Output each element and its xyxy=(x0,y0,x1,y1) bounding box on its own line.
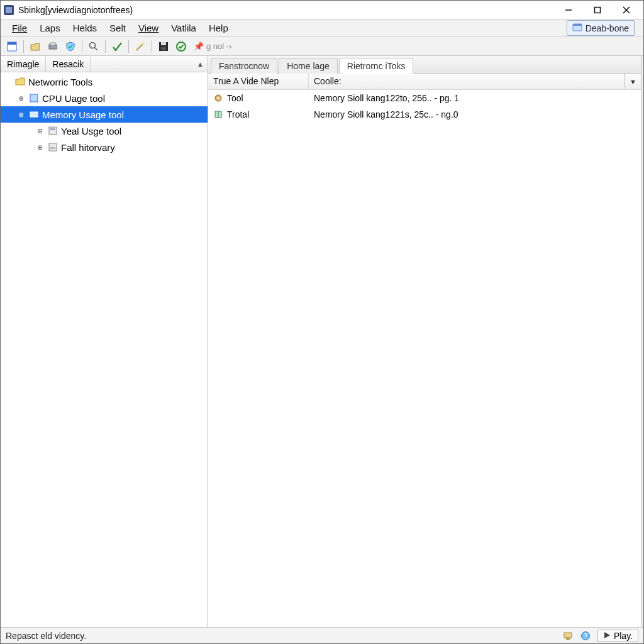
help-icon[interactable]: ? xyxy=(580,630,591,641)
column-menu-button[interactable]: ▼ xyxy=(625,74,641,89)
menu-laps[interactable]: Laps xyxy=(33,21,67,35)
menu-view[interactable]: View xyxy=(132,21,165,35)
toolbar-separator xyxy=(23,40,24,53)
svg-rect-20 xyxy=(30,94,38,102)
list-cell-label: Tool xyxy=(227,93,243,103)
tree-item-memory[interactable]: ⊕ Memory Usage tool xyxy=(1,106,208,123)
svg-marker-34 xyxy=(604,632,610,638)
tool-icon xyxy=(47,142,58,153)
cpu-icon xyxy=(28,92,40,104)
column-header-label: True A Vide Nlep xyxy=(213,76,279,86)
expander-icon[interactable]: ⊕ xyxy=(36,143,45,152)
svg-point-12 xyxy=(90,42,96,48)
menu-help[interactable]: Help xyxy=(203,21,235,35)
svg-rect-17 xyxy=(161,42,166,45)
main-split: Rimagle Resacik ▲ Networric Tools ⊕ CPU … xyxy=(1,56,643,627)
menu-file[interactable]: File xyxy=(6,21,33,35)
tree-item-label: CPU Uage tool xyxy=(42,93,109,104)
tab-label: Home lage xyxy=(287,61,330,71)
ok-button[interactable] xyxy=(174,39,189,54)
play-icon xyxy=(603,631,611,641)
box-icon xyxy=(572,22,582,34)
tab-rietrornc-itoks[interactable]: Rietrornc iToks xyxy=(339,58,414,74)
left-tab-label: Resacik xyxy=(52,59,84,69)
tab-label: Fanstrocnow xyxy=(219,61,269,71)
tab-fanstrocnow[interactable]: Fanstrocnow xyxy=(211,58,277,74)
toolbar-separator xyxy=(105,40,106,53)
new-button[interactable] xyxy=(4,39,19,54)
column-header-label: Coolle: xyxy=(314,76,341,86)
svg-rect-21 xyxy=(30,112,38,117)
svg-rect-22 xyxy=(49,127,57,135)
tree-item-yeal[interactable]: ⊞ Yeal Usge tool xyxy=(1,123,208,139)
play-label: Play. xyxy=(614,631,633,641)
check-button[interactable] xyxy=(109,39,125,54)
memory-icon xyxy=(28,109,40,120)
expander-icon[interactable]: ⊕ xyxy=(17,94,26,103)
menu-helds[interactable]: Helds xyxy=(67,21,103,35)
menu-vatlila-label: Vatlila xyxy=(171,23,196,33)
close-button[interactable] xyxy=(612,1,641,19)
expander-icon[interactable]: ⊞ xyxy=(36,126,45,136)
svg-rect-11 xyxy=(50,43,55,45)
list-body[interactable]: Tool Nemory Sioll kang122to, 256.. - pg.… xyxy=(208,90,641,627)
open-button[interactable] xyxy=(28,39,43,54)
column-header-b[interactable]: Coolle: xyxy=(309,74,625,89)
svg-rect-1 xyxy=(6,7,12,13)
menu-vatlila[interactable]: Vatlila xyxy=(165,21,203,35)
gear-icon xyxy=(213,93,223,103)
app-window: Sbinkg[yviewdiagniotonfrees) File Laps H… xyxy=(0,0,644,644)
svg-rect-25 xyxy=(50,147,55,149)
svg-rect-3 xyxy=(595,7,601,13)
tree-item-cpu[interactable]: ⊕ CPU Uage tool xyxy=(1,90,208,106)
menu-selt[interactable]: Selt xyxy=(103,21,132,35)
left-tab-resacik[interactable]: Resacik xyxy=(46,56,91,72)
breadcrumb-hint: 📌 g nol -› xyxy=(191,42,234,51)
svg-point-27 xyxy=(217,97,219,99)
list-header: True A Vide Nlep Coolle: ▼ xyxy=(208,74,641,90)
svg-line-13 xyxy=(95,47,98,50)
search-button[interactable] xyxy=(86,39,101,54)
menu-selt-label: Selt xyxy=(109,23,126,33)
tree-item-fall[interactable]: ⊕ Fall hitorvary xyxy=(1,139,208,155)
menubar: File Laps Helds Selt View Vatlila Help D… xyxy=(1,19,643,37)
breadcrumb-hint-label: g nol -› xyxy=(206,42,231,51)
tree-root-item[interactable]: Networric Tools xyxy=(1,74,208,90)
network-icon[interactable] xyxy=(562,630,574,641)
app-icon xyxy=(3,4,14,16)
wand-button[interactable] xyxy=(133,39,148,54)
folder-icon xyxy=(14,76,26,87)
shield-button[interactable] xyxy=(63,39,78,54)
left-tab-label: Rimagle xyxy=(7,59,39,69)
deab-bone-button[interactable]: Deab-bone xyxy=(567,20,635,36)
book-icon xyxy=(213,109,223,119)
tab-label: Rietrornc iToks xyxy=(347,61,406,71)
disk-button[interactable] xyxy=(156,39,171,54)
list-row[interactable]: Tool Nemory Sioll kang122to, 256.. - pg.… xyxy=(208,90,641,106)
svg-rect-30 xyxy=(564,633,572,638)
minimize-button[interactable] xyxy=(554,1,583,19)
panel-collapse-button[interactable]: ▲ xyxy=(193,56,208,72)
pin-icon: 📌 xyxy=(194,42,204,51)
left-tab-rimagle[interactable]: Rimagle xyxy=(1,56,46,72)
list-row[interactable]: Trotal Nemory Sioll kang1221s, 25c.. - n… xyxy=(208,106,641,123)
play-button[interactable]: Play. xyxy=(597,630,638,642)
list-cell-name: Trotal xyxy=(208,109,309,119)
right-panel: Fanstrocnow Home lage Rietrornc iToks Tr… xyxy=(208,56,641,627)
tree-item-label: Memory Usage tool xyxy=(42,109,128,120)
column-header-a[interactable]: True A Vide Nlep xyxy=(208,74,309,89)
expander-icon[interactable]: ⊕ xyxy=(17,110,26,119)
maximize-button[interactable] xyxy=(583,1,612,19)
statusbar: Repasct eld vidency. ? Play. xyxy=(1,627,643,643)
tree-view[interactable]: Networric Tools ⊕ CPU Uage tool ⊕ Memory… xyxy=(1,72,208,627)
svg-line-14 xyxy=(136,44,143,50)
svg-point-15 xyxy=(142,42,145,45)
left-panel: Rimagle Resacik ▲ Networric Tools ⊕ CPU … xyxy=(1,56,208,627)
print-button[interactable] xyxy=(45,39,60,54)
list-cell-value: Nemory Sioll kang122to, 256.. - pg. 1 xyxy=(309,93,641,103)
svg-text:?: ? xyxy=(584,633,587,640)
toolbar-separator xyxy=(152,40,152,53)
list-cell-value: Nemory Sioll kang1221s, 25c.. - ng.0 xyxy=(309,109,641,119)
svg-line-4 xyxy=(623,7,630,13)
tab-home-lage[interactable]: Home lage xyxy=(279,58,338,74)
